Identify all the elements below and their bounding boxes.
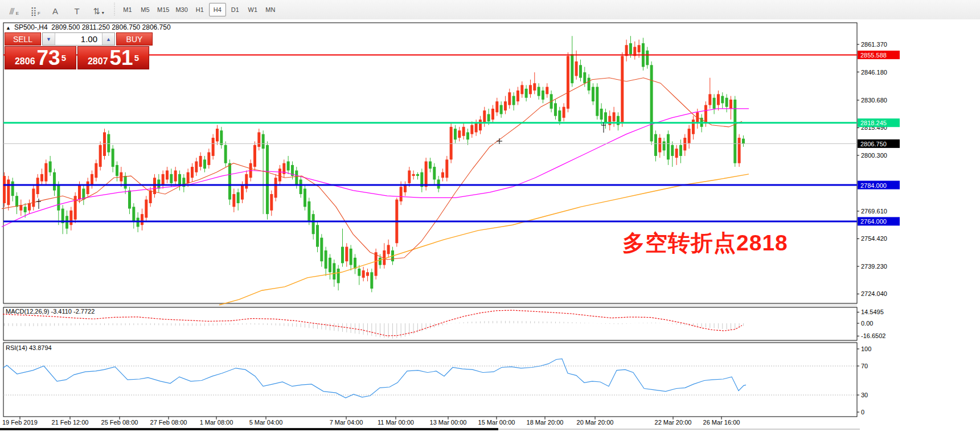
indicator-draw-icon[interactable]: ⫻E bbox=[2, 2, 22, 17]
svg-text:2855.588: 2855.588 bbox=[860, 52, 887, 59]
chart-workspace: 2861.3702846.1802830.6802815.4902800.300… bbox=[0, 19, 980, 432]
panel-frames bbox=[3, 23, 857, 417]
buy-button[interactable]: BUY bbox=[116, 32, 153, 46]
svg-text:2769.610: 2769.610 bbox=[861, 208, 887, 215]
svg-text:2754.420: 2754.420 bbox=[861, 235, 887, 242]
svg-text:21 Feb 12:00: 21 Feb 12:00 bbox=[52, 419, 89, 426]
svg-text:2784.000: 2784.000 bbox=[860, 182, 887, 189]
svg-text:100: 100 bbox=[861, 345, 871, 352]
svg-text:2800.300: 2800.300 bbox=[861, 152, 887, 159]
timeframe-m5-button[interactable]: M5 bbox=[137, 3, 154, 17]
svg-text:-16.6502: -16.6502 bbox=[861, 332, 885, 339]
collapse-triangle-icon[interactable]: ▲ bbox=[6, 25, 11, 31]
timeframe-h4-button[interactable]: H4 bbox=[209, 3, 226, 17]
svg-text:2806.750: 2806.750 bbox=[860, 141, 887, 147]
ohlc-values: 2809.500 2811.250 2806.750 2806.750 bbox=[51, 23, 170, 31]
svg-text:2724.040: 2724.040 bbox=[861, 290, 887, 297]
volume-input[interactable]: 1.00 bbox=[55, 33, 102, 45]
drawing-tools-group: ⫻E⣿FAT⇅▾ bbox=[0, 2, 108, 17]
svg-text:22 Mar 20:00: 22 Mar 20:00 bbox=[655, 419, 692, 426]
volume-increase-button[interactable]: ▲ bbox=[102, 33, 114, 45]
svg-text:70: 70 bbox=[861, 363, 868, 369]
timeframe-w1-button[interactable]: W1 bbox=[244, 3, 261, 17]
chart-canvas[interactable]: 2861.3702846.1802830.6802815.4902800.300… bbox=[0, 19, 980, 432]
svg-text:13 Mar 00:00: 13 Mar 00:00 bbox=[430, 419, 467, 426]
timeframe-mn-button[interactable]: MN bbox=[262, 3, 279, 17]
fibonacci-grid-icon[interactable]: ⣿F bbox=[24, 2, 43, 17]
sell-button[interactable]: SELL bbox=[5, 32, 41, 46]
sell-price-box[interactable]: 2806 73 5 bbox=[5, 46, 76, 69]
toolbar-separator bbox=[114, 3, 115, 17]
svg-text:7 Mar 04:00: 7 Mar 04:00 bbox=[330, 419, 363, 426]
svg-text:26 Mar 16:00: 26 Mar 16:00 bbox=[703, 419, 740, 426]
toolbar: ⫻E⣿FAT⇅▾ M1M5M15M30H1H4D1W1MN bbox=[0, 0, 980, 20]
timeframe-m1-button[interactable]: M1 bbox=[119, 3, 136, 17]
svg-text:2861.370: 2861.370 bbox=[861, 41, 887, 48]
buy-points: 51 bbox=[110, 48, 133, 67]
buy-price-box[interactable]: 2807 51 5 bbox=[77, 46, 149, 69]
svg-text:18 Mar 20:00: 18 Mar 20:00 bbox=[527, 419, 564, 426]
svg-text:0.00: 0.00 bbox=[861, 320, 873, 327]
svg-text:15 Mar 00:00: 15 Mar 00:00 bbox=[478, 419, 515, 426]
one-click-trading-panel: SELL ▼ 1.00 ▲ BUY 2806 73 5 2807 51 5 bbox=[5, 32, 153, 69]
symbol-ohlc-header: ▲SP500-,H4 2809.500 2811.250 2806.750 28… bbox=[6, 23, 171, 31]
timeframe-m15-button[interactable]: M15 bbox=[154, 3, 172, 17]
text-label-icon[interactable]: A bbox=[46, 2, 65, 17]
timeframe-h1-button[interactable]: H1 bbox=[191, 3, 208, 17]
svg-text:30: 30 bbox=[861, 392, 868, 398]
svg-text:25 Feb 08:00: 25 Feb 08:00 bbox=[101, 419, 138, 426]
svg-text:5 Mar 04:00: 5 Mar 04:00 bbox=[249, 419, 283, 426]
svg-text:1 Mar 08:00: 1 Mar 08:00 bbox=[200, 419, 233, 426]
svg-text:20 Mar 20:00: 20 Mar 20:00 bbox=[577, 419, 614, 426]
buy-big-figure: 2807 bbox=[88, 56, 108, 67]
svg-text:14.5495: 14.5495 bbox=[861, 308, 884, 315]
arrow-objects-icon[interactable]: ⇅▾ bbox=[89, 2, 108, 17]
svg-text:2846.180: 2846.180 bbox=[861, 69, 887, 76]
svg-text:2739.230: 2739.230 bbox=[861, 263, 887, 270]
svg-text:RSI(14) 43.8794: RSI(14) 43.8794 bbox=[6, 344, 52, 351]
timeframe-buttons-group: M1M5M15M30H1H4D1W1MN bbox=[118, 3, 279, 17]
svg-text:0: 0 bbox=[861, 409, 864, 415]
svg-text:11 Mar 00:00: 11 Mar 00:00 bbox=[378, 419, 414, 426]
timeframe-d1-button[interactable]: D1 bbox=[227, 3, 244, 17]
volume-stepper: ▼ 1.00 ▲ bbox=[42, 32, 115, 46]
price-axis[interactable]: 2861.3702846.1802830.6802815.4902800.300… bbox=[857, 41, 900, 297]
timeframe-m30-button[interactable]: M30 bbox=[173, 3, 190, 17]
svg-text:MACD(12,26,9) -3.4110 -2.7722: MACD(12,26,9) -3.4110 -2.7722 bbox=[6, 308, 95, 315]
sell-points: 73 bbox=[37, 48, 60, 67]
text-box-icon[interactable]: T bbox=[67, 2, 87, 17]
svg-text:19 Feb 2019: 19 Feb 2019 bbox=[2, 419, 38, 426]
sell-big-figure: 2806 bbox=[15, 56, 35, 67]
volume-decrease-button[interactable]: ▼ bbox=[43, 33, 55, 45]
buy-pip-sup: 5 bbox=[134, 47, 139, 69]
chinese-annotation-text: 多空转折点2818 bbox=[622, 228, 788, 258]
sell-pip-sup: 5 bbox=[61, 47, 66, 69]
svg-text:2764.000: 2764.000 bbox=[860, 218, 887, 225]
time-axis[interactable]: 19 Feb 201921 Feb 12:0025 Feb 08:0027 Fe… bbox=[2, 417, 740, 426]
svg-text:27 Feb 08:00: 27 Feb 08:00 bbox=[150, 419, 187, 426]
symbol-name: SP500-,H4 bbox=[14, 23, 48, 31]
svg-text:2818.245: 2818.245 bbox=[860, 120, 887, 126]
svg-text:2830.680: 2830.680 bbox=[861, 97, 887, 104]
